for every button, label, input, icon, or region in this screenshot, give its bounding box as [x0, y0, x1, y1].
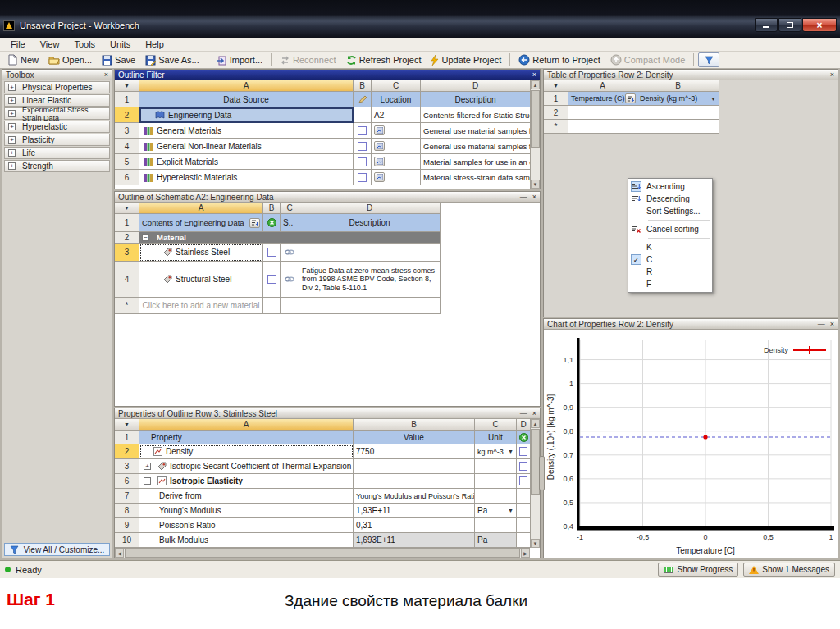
row-number[interactable]: 2 [115, 232, 139, 244]
close-panel-button[interactable]: × [532, 194, 536, 201]
youngs-modulus-unit[interactable]: Pa▼ [475, 504, 517, 518]
source-icon[interactable] [374, 141, 385, 151]
location-header-cell[interactable]: Location [372, 92, 421, 107]
row-number[interactable]: 6 [115, 170, 139, 185]
col-d-header[interactable]: D [299, 203, 441, 214]
source-col-header[interactable]: S.. [281, 214, 299, 232]
save-button[interactable]: Save [98, 52, 139, 67]
checkbox[interactable] [519, 476, 527, 485]
table-corner-filter[interactable]: ▼ [544, 80, 568, 92]
scroll-right-arrow[interactable]: ▶ [521, 549, 530, 558]
save-as-button[interactable]: Save As... [141, 52, 203, 67]
scroll-up-arrow[interactable]: ▲ [531, 80, 540, 89]
isotropic-elasticity-cell[interactable]: − Isotropic Elasticity [139, 474, 354, 489]
vertical-scrollbar[interactable]: ▲ ▼ [530, 80, 540, 189]
checkbox-cell[interactable] [354, 154, 372, 170]
description-cell[interactable]: General use material samples for use in … [421, 139, 531, 154]
description-header-cell[interactable]: Description [299, 214, 441, 232]
description-cell[interactable]: Material samples for use in an explicit … [421, 154, 531, 170]
col-a-header[interactable]: A [139, 203, 263, 214]
minimize-panel-button[interactable]: — [520, 194, 527, 201]
checkbox[interactable] [358, 157, 367, 166]
expand-plus-icon[interactable]: + [8, 149, 16, 157]
hyperelastic-materials-cell[interactable]: Hyperelastic Materials [139, 170, 354, 185]
show-progress-button[interactable]: Show Progress [658, 563, 738, 577]
empty-cell[interactable] [281, 298, 299, 314]
row-number[interactable]: 3 [115, 123, 139, 139]
checkbox[interactable] [358, 173, 367, 182]
collapse-minus-icon[interactable]: − [142, 234, 149, 241]
close-panel-button[interactable]: × [830, 71, 834, 79]
expand-plus-icon[interactable]: + [144, 463, 151, 470]
menu-item-unit-f[interactable]: F [628, 278, 712, 290]
panel-splitter-handle[interactable] [539, 456, 545, 490]
menu-view[interactable]: View [33, 39, 67, 50]
scroll-down-arrow[interactable]: ▼ [531, 539, 540, 548]
checkbox-cell[interactable] [263, 244, 281, 262]
empty-cell[interactable] [517, 504, 531, 518]
source-cell[interactable] [372, 170, 421, 185]
row-number[interactable]: 2 [115, 444, 139, 459]
checkbox[interactable] [267, 275, 276, 284]
property-header-cell[interactable]: Property [139, 431, 354, 444]
description-cell[interactable]: Material stress-strain data samples for … [421, 170, 531, 185]
toolbox-item-physical-properties[interactable]: +Physical Properties [4, 81, 110, 93]
row-number[interactable]: 1 [115, 431, 139, 444]
data-source-header-cell[interactable]: Data Source [139, 92, 354, 107]
refresh-column-cell[interactable] [354, 92, 372, 107]
row-number[interactable]: 2 [115, 107, 139, 123]
expand-plus-icon[interactable]: + [8, 123, 16, 130]
source-cell[interactable] [372, 123, 421, 139]
toolbox-item-experimental-stress-strain[interactable]: +Experimental Stress Strain Data [4, 107, 110, 120]
table-corner-filter[interactable]: ▼ [115, 419, 139, 431]
delete-filter-cell[interactable] [517, 431, 531, 444]
location-cell[interactable]: A2 [372, 107, 421, 123]
col-c-header[interactable]: C [475, 419, 517, 431]
stainless-steel-cell[interactable]: Stainless Steel [139, 244, 263, 262]
table-corner-filter[interactable]: ▼ [115, 203, 139, 214]
poissons-ratio-cell[interactable]: Poisson's Ratio [139, 518, 354, 533]
menu-item-descending[interactable]: Descending [628, 193, 712, 205]
show-messages-button[interactable]: Show 1 Messages [743, 563, 835, 577]
menu-item-sort-settings[interactable]: Sort Settings... [628, 205, 712, 217]
row-number[interactable]: * [115, 298, 139, 314]
empty-cell[interactable] [475, 518, 517, 533]
material-group-cell[interactable]: − Material [139, 232, 441, 244]
checkbox[interactable] [519, 462, 527, 471]
dropdown-arrow-icon[interactable]: ▼ [508, 449, 514, 454]
toolbox-item-hyperelastic[interactable]: +Hyperelastic [4, 121, 110, 133]
col-c-header[interactable]: C [281, 203, 299, 214]
delete-filter-cell[interactable] [263, 214, 281, 232]
minimize-panel-button[interactable]: — [818, 71, 825, 79]
minimize-window-button[interactable] [755, 18, 778, 32]
empty-cell[interactable] [354, 474, 475, 489]
checkbox[interactable] [358, 126, 367, 135]
contents-header-cell[interactable]: Contents of Engineering Data [139, 214, 263, 232]
refresh-project-button[interactable]: Refresh Project [342, 52, 426, 67]
description-cell[interactable]: Fatigue Data at zero mean stress comes f… [299, 262, 441, 298]
row-number[interactable]: 4 [115, 139, 139, 154]
checkbox[interactable] [358, 142, 367, 151]
update-project-button[interactable]: Update Project [427, 52, 505, 67]
expand-plus-icon[interactable]: + [8, 110, 16, 117]
density-unit-cell[interactable]: kg m^-3▼ [475, 444, 517, 459]
scrollbar-thumb[interactable] [531, 90, 540, 148]
expand-plus-icon[interactable]: + [8, 97, 16, 104]
row-number[interactable]: 1 [115, 92, 139, 107]
new-button[interactable]: New [3, 52, 43, 67]
row-number[interactable]: * [544, 120, 568, 134]
empty-cell[interactable] [517, 518, 531, 533]
empty-cell[interactable] [637, 120, 719, 134]
description-header-cell[interactable]: Description [421, 92, 531, 107]
menu-file[interactable]: File [3, 39, 33, 50]
derive-from-value-dropdown[interactable]: Young's Modulus and Poisson's Ratio▼ [354, 489, 475, 504]
scroll-down-arrow[interactable]: ▼ [531, 180, 540, 189]
menu-tools[interactable]: Tools [66, 39, 103, 50]
row-number[interactable]: 5 [115, 154, 139, 170]
checkbox-cell[interactable] [354, 123, 372, 139]
empty-cell[interactable] [263, 298, 281, 314]
description-cell[interactable] [299, 244, 441, 262]
row-number[interactable]: 6 [115, 474, 139, 489]
poissons-ratio-value[interactable]: 0,31 [354, 518, 475, 533]
import-button[interactable]: Import... [212, 52, 267, 67]
